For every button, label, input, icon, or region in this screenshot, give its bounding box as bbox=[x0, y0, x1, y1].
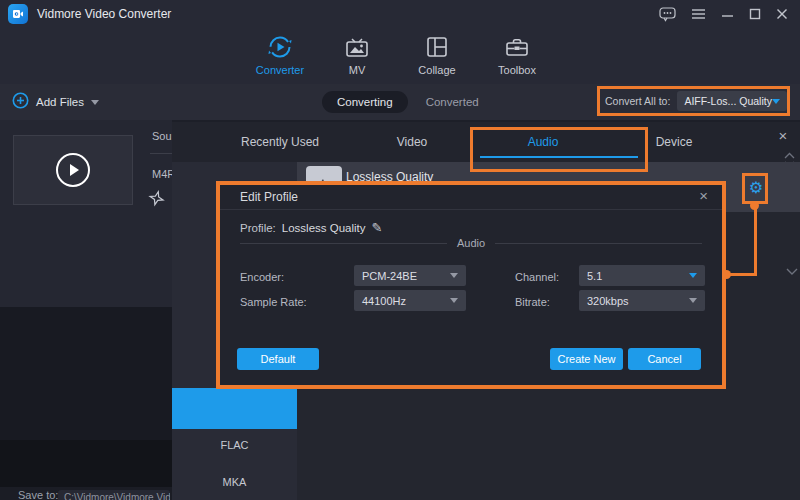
channel-dropdown[interactable]: 5.1 bbox=[579, 265, 705, 286]
sidebar-item-selected[interactable] bbox=[172, 388, 297, 429]
dialog-title: Edit Profile bbox=[240, 190, 298, 204]
default-button[interactable]: Default bbox=[237, 348, 319, 370]
tab-toolbox[interactable]: Toolbox bbox=[485, 34, 549, 76]
list-scroll-down-icon[interactable] bbox=[786, 262, 798, 280]
cancel-button[interactable]: Cancel bbox=[628, 348, 701, 370]
collage-icon bbox=[405, 34, 469, 60]
close-icon[interactable] bbox=[776, 8, 788, 20]
video-thumbnail[interactable] bbox=[13, 135, 133, 205]
menu-icon[interactable] bbox=[691, 8, 706, 20]
sample-rate-caret-icon bbox=[450, 298, 458, 303]
file-list-empty-area bbox=[0, 307, 172, 440]
create-new-button[interactable]: Create New bbox=[550, 348, 623, 370]
panel-tab-video[interactable]: Video bbox=[347, 122, 477, 162]
save-path-field[interactable]: C:\Vidmore\Vidmore Vid bbox=[58, 490, 170, 500]
encoder-caret-icon bbox=[450, 273, 458, 278]
effect-star-icon[interactable] bbox=[148, 190, 165, 211]
converter-icon bbox=[248, 34, 312, 60]
tab-converter[interactable]: Converter bbox=[248, 34, 312, 76]
tab-toolbox-label: Toolbox bbox=[485, 64, 549, 76]
window-title: Vidmore Video Converter bbox=[37, 7, 171, 21]
profile-panel: Recently Used Video Audio Device × FLAC … bbox=[172, 122, 800, 500]
source-column-label: Sou bbox=[152, 130, 172, 142]
lower-empty-area bbox=[0, 440, 172, 487]
sidebar-item-flac[interactable]: FLAC bbox=[172, 430, 297, 460]
profile-field-label: Profile: bbox=[240, 222, 276, 234]
minimize-icon[interactable] bbox=[721, 8, 734, 20]
panel-close-icon[interactable]: × bbox=[772, 127, 794, 145]
profile-settings-gear-icon[interactable]: ⚙ bbox=[743, 174, 769, 200]
dialog-divider bbox=[220, 209, 722, 210]
convert-all-caret-icon bbox=[772, 99, 780, 104]
tab-mv[interactable]: MV bbox=[325, 34, 389, 76]
convert-all-value: AIFF-Los... Quality bbox=[684, 95, 772, 107]
file-list-area: Sou M4R bbox=[0, 120, 172, 307]
tab-collage-label: Collage bbox=[405, 64, 469, 76]
sample-rate-value: 44100Hz bbox=[362, 295, 406, 307]
tab-mv-label: MV bbox=[325, 64, 389, 76]
channel-caret-icon bbox=[689, 273, 697, 278]
add-icon bbox=[12, 92, 29, 113]
encoder-label: Encoder: bbox=[240, 267, 284, 288]
play-button[interactable] bbox=[56, 153, 90, 187]
channel-label: Channel: bbox=[515, 267, 559, 288]
bitrate-label: Bitrate: bbox=[515, 292, 550, 313]
column-divider bbox=[150, 153, 172, 154]
tab-converted[interactable]: Converted bbox=[426, 96, 479, 108]
encoder-dropdown[interactable]: PCM-24BE bbox=[354, 265, 466, 286]
tab-converting[interactable]: Converting bbox=[322, 91, 408, 113]
channel-value: 5.1 bbox=[587, 270, 602, 282]
convert-all-highlight-box: Convert All to: AIFF-Los... Quality bbox=[597, 86, 790, 116]
scroll-down-icon[interactable] bbox=[784, 154, 796, 162]
toolbox-icon bbox=[485, 34, 549, 60]
add-files-caret-icon bbox=[91, 100, 99, 105]
main-nav: Converter MV Collage Toolbox bbox=[0, 28, 800, 85]
maximize-icon[interactable] bbox=[749, 8, 761, 20]
profile-field-value: Lossless Quality bbox=[282, 222, 366, 234]
feedback-icon[interactable] bbox=[659, 7, 676, 22]
add-files-label: Add Files bbox=[36, 96, 84, 108]
sample-rate-label: Sample Rate: bbox=[240, 292, 307, 313]
bitrate-value: 320kbps bbox=[587, 295, 629, 307]
bitrate-dropdown[interactable]: 320kbps bbox=[579, 290, 705, 311]
audio-section-title: Audio bbox=[457, 237, 485, 249]
toolbar: Add Files Converting Converted Convert A… bbox=[0, 84, 800, 120]
encoder-value: PCM-24BE bbox=[362, 270, 417, 282]
tab-converter-label: Converter bbox=[248, 64, 312, 76]
app-window: Vidmore Video Converter Converter MV bbox=[0, 0, 800, 500]
convert-all-label: Convert All to: bbox=[605, 95, 670, 107]
audio-section-header: Audio bbox=[240, 237, 702, 249]
bitrate-caret-icon bbox=[689, 298, 697, 303]
sample-rate-dropdown[interactable]: 44100Hz bbox=[354, 290, 466, 311]
titlebar: Vidmore Video Converter bbox=[0, 0, 800, 28]
audio-tab-underline bbox=[480, 156, 638, 158]
tab-collage[interactable]: Collage bbox=[405, 34, 469, 76]
add-files-button[interactable]: Add Files bbox=[12, 84, 99, 120]
mv-icon bbox=[325, 34, 389, 60]
app-logo-icon bbox=[8, 4, 28, 24]
rename-pencil-icon[interactable]: ✎ bbox=[372, 220, 383, 235]
play-icon bbox=[70, 164, 79, 176]
panel-tab-recently-used[interactable]: Recently Used bbox=[215, 122, 345, 162]
edit-profile-dialog: Edit Profile × Profile: Lossless Quality… bbox=[216, 181, 726, 389]
dialog-close-icon[interactable]: × bbox=[699, 187, 708, 204]
convert-all-dropdown[interactable]: AIFF-Los... Quality bbox=[677, 91, 787, 111]
sidebar-item-mka[interactable]: MKA bbox=[172, 467, 297, 497]
save-to-label: Save to: bbox=[18, 489, 58, 500]
scroll-up-icon[interactable] bbox=[784, 145, 796, 153]
